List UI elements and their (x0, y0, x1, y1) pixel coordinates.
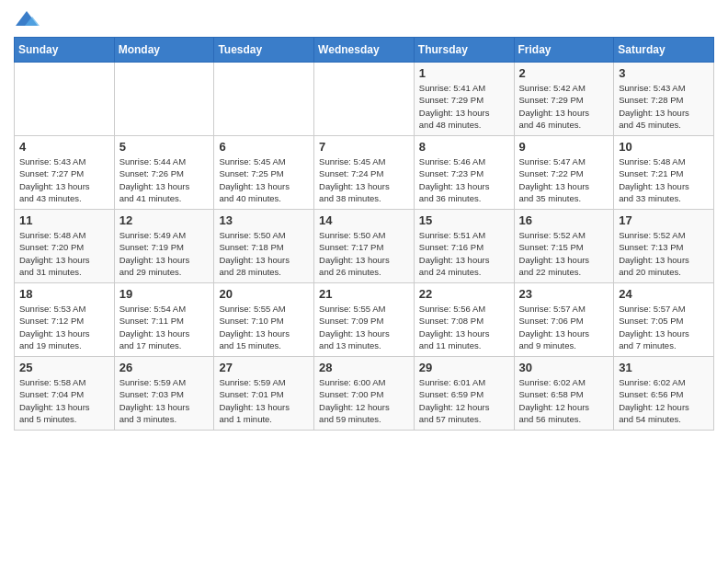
day-number: 11 (19, 213, 109, 227)
day-number: 21 (319, 287, 409, 301)
day-number: 1 (419, 66, 509, 80)
cell-info: Sunrise: 5:45 AM Sunset: 7:25 PM Dayligh… (219, 155, 309, 204)
calendar-cell: 26Sunrise: 5:59 AM Sunset: 7:03 PM Dayli… (114, 357, 214, 431)
day-number: 18 (19, 287, 109, 301)
day-number: 29 (419, 361, 509, 374)
cell-info: Sunrise: 5:43 AM Sunset: 7:27 PM Dayligh… (19, 155, 109, 204)
day-number: 14 (319, 213, 409, 227)
cell-info: Sunrise: 5:50 AM Sunset: 7:17 PM Dayligh… (319, 229, 409, 278)
calendar-cell: 17Sunrise: 5:52 AM Sunset: 7:13 PM Dayli… (614, 210, 714, 283)
calendar-cell: 22Sunrise: 5:56 AM Sunset: 7:08 PM Dayli… (414, 283, 514, 357)
cell-info: Sunrise: 5:55 AM Sunset: 7:10 PM Dayligh… (219, 303, 309, 351)
calendar-cell: 8Sunrise: 5:46 AM Sunset: 7:23 PM Daylig… (414, 136, 514, 210)
cell-info: Sunrise: 5:41 AM Sunset: 7:29 PM Dayligh… (419, 82, 509, 131)
calendar-cell: 15Sunrise: 5:51 AM Sunset: 7:16 PM Dayli… (414, 210, 514, 283)
cell-info: Sunrise: 5:55 AM Sunset: 7:09 PM Dayligh… (319, 303, 409, 351)
cell-info: Sunrise: 6:02 AM Sunset: 6:58 PM Dayligh… (519, 376, 609, 425)
day-number: 31 (619, 361, 709, 374)
calendar-cell: 30Sunrise: 6:02 AM Sunset: 6:58 PM Dayli… (514, 357, 614, 431)
cell-info: Sunrise: 5:57 AM Sunset: 7:06 PM Dayligh… (519, 303, 609, 351)
calendar-cell (114, 63, 214, 136)
calendar-cell: 29Sunrise: 6:01 AM Sunset: 6:59 PM Dayli… (414, 357, 514, 431)
calendar-week-row: 18Sunrise: 5:53 AM Sunset: 7:12 PM Dayli… (15, 283, 714, 357)
weekday-header-saturday: Saturday (614, 38, 714, 63)
calendar-cell: 10Sunrise: 5:48 AM Sunset: 7:21 PM Dayli… (614, 136, 714, 210)
day-number: 19 (119, 287, 210, 301)
calendar-cell (15, 63, 115, 136)
cell-info: Sunrise: 5:54 AM Sunset: 7:11 PM Dayligh… (119, 303, 210, 351)
calendar-body: 1Sunrise: 5:41 AM Sunset: 7:29 PM Daylig… (15, 63, 714, 431)
day-number: 20 (219, 287, 309, 301)
day-number: 6 (219, 140, 309, 154)
calendar-cell: 18Sunrise: 5:53 AM Sunset: 7:12 PM Dayli… (15, 283, 115, 357)
calendar-week-row: 1Sunrise: 5:41 AM Sunset: 7:29 PM Daylig… (15, 63, 714, 136)
weekday-header-monday: Monday (114, 38, 214, 63)
logo-icon (14, 9, 40, 29)
day-number: 15 (419, 213, 509, 227)
weekday-header-row: SundayMondayTuesdayWednesdayThursdayFrid… (15, 38, 714, 63)
calendar-week-row: 11Sunrise: 5:48 AM Sunset: 7:20 PM Dayli… (15, 210, 714, 283)
cell-info: Sunrise: 5:50 AM Sunset: 7:18 PM Dayligh… (219, 229, 309, 278)
header (14, 9, 714, 29)
day-number: 13 (219, 213, 309, 227)
calendar-week-row: 4Sunrise: 5:43 AM Sunset: 7:27 PM Daylig… (15, 136, 714, 210)
day-number: 17 (619, 213, 709, 227)
weekday-header-friday: Friday (514, 38, 614, 63)
day-number: 22 (419, 287, 509, 301)
weekday-header-wednesday: Wednesday (314, 38, 415, 63)
calendar-cell: 3Sunrise: 5:43 AM Sunset: 7:28 PM Daylig… (614, 63, 714, 136)
cell-info: Sunrise: 5:57 AM Sunset: 7:05 PM Dayligh… (619, 303, 709, 351)
weekday-header-sunday: Sunday (15, 38, 115, 63)
cell-info: Sunrise: 6:01 AM Sunset: 6:59 PM Dayligh… (419, 376, 509, 425)
day-number: 12 (119, 213, 210, 227)
calendar-cell: 24Sunrise: 5:57 AM Sunset: 7:05 PM Dayli… (614, 283, 714, 357)
calendar-cell: 4Sunrise: 5:43 AM Sunset: 7:27 PM Daylig… (15, 136, 115, 210)
cell-info: Sunrise: 5:56 AM Sunset: 7:08 PM Dayligh… (419, 303, 509, 351)
calendar-cell (314, 63, 415, 136)
day-number: 24 (619, 287, 709, 301)
logo (14, 9, 43, 29)
cell-info: Sunrise: 5:52 AM Sunset: 7:15 PM Dayligh… (519, 229, 609, 278)
calendar-cell: 9Sunrise: 5:47 AM Sunset: 7:22 PM Daylig… (514, 136, 614, 210)
calendar-cell: 20Sunrise: 5:55 AM Sunset: 7:10 PM Dayli… (214, 283, 314, 357)
day-number: 25 (19, 361, 109, 374)
weekday-header-thursday: Thursday (414, 38, 514, 63)
day-number: 28 (319, 361, 409, 374)
cell-info: Sunrise: 5:47 AM Sunset: 7:22 PM Dayligh… (519, 155, 609, 204)
calendar-cell: 11Sunrise: 5:48 AM Sunset: 7:20 PM Dayli… (15, 210, 115, 283)
day-number: 27 (219, 361, 309, 374)
cell-info: Sunrise: 6:00 AM Sunset: 7:00 PM Dayligh… (319, 376, 409, 425)
calendar-cell: 14Sunrise: 5:50 AM Sunset: 7:17 PM Dayli… (314, 210, 415, 283)
day-number: 7 (319, 140, 409, 154)
calendar-cell: 12Sunrise: 5:49 AM Sunset: 7:19 PM Dayli… (114, 210, 214, 283)
cell-info: Sunrise: 5:43 AM Sunset: 7:28 PM Dayligh… (619, 82, 709, 131)
day-number: 23 (519, 287, 609, 301)
calendar-table: SundayMondayTuesdayWednesdayThursdayFrid… (14, 37, 714, 431)
calendar-cell: 16Sunrise: 5:52 AM Sunset: 7:15 PM Dayli… (514, 210, 614, 283)
cell-info: Sunrise: 5:51 AM Sunset: 7:16 PM Dayligh… (419, 229, 509, 278)
cell-info: Sunrise: 5:53 AM Sunset: 7:12 PM Dayligh… (19, 303, 109, 351)
day-number: 5 (119, 140, 210, 154)
day-number: 2 (519, 66, 609, 80)
cell-info: Sunrise: 5:49 AM Sunset: 7:19 PM Dayligh… (119, 229, 210, 278)
calendar-cell: 21Sunrise: 5:55 AM Sunset: 7:09 PM Dayli… (314, 283, 415, 357)
cell-info: Sunrise: 5:59 AM Sunset: 7:03 PM Dayligh… (119, 376, 210, 425)
cell-info: Sunrise: 5:48 AM Sunset: 7:21 PM Dayligh… (619, 155, 709, 204)
calendar-week-row: 25Sunrise: 5:58 AM Sunset: 7:04 PM Dayli… (15, 357, 714, 431)
cell-info: Sunrise: 5:45 AM Sunset: 7:24 PM Dayligh… (319, 155, 409, 204)
day-number: 4 (19, 140, 109, 154)
calendar-cell: 13Sunrise: 5:50 AM Sunset: 7:18 PM Dayli… (214, 210, 314, 283)
calendar-header: SundayMondayTuesdayWednesdayThursdayFrid… (15, 38, 714, 63)
calendar-cell: 6Sunrise: 5:45 AM Sunset: 7:25 PM Daylig… (214, 136, 314, 210)
calendar-cell: 2Sunrise: 5:42 AM Sunset: 7:29 PM Daylig… (514, 63, 614, 136)
day-number: 26 (119, 361, 210, 374)
calendar-cell: 28Sunrise: 6:00 AM Sunset: 7:00 PM Dayli… (314, 357, 415, 431)
calendar-cell: 19Sunrise: 5:54 AM Sunset: 7:11 PM Dayli… (114, 283, 214, 357)
calendar-cell: 7Sunrise: 5:45 AM Sunset: 7:24 PM Daylig… (314, 136, 415, 210)
cell-info: Sunrise: 5:52 AM Sunset: 7:13 PM Dayligh… (619, 229, 709, 278)
cell-info: Sunrise: 5:42 AM Sunset: 7:29 PM Dayligh… (519, 82, 609, 131)
day-number: 10 (619, 140, 709, 154)
calendar-cell: 1Sunrise: 5:41 AM Sunset: 7:29 PM Daylig… (414, 63, 514, 136)
calendar-cell: 23Sunrise: 5:57 AM Sunset: 7:06 PM Dayli… (514, 283, 614, 357)
calendar-cell: 5Sunrise: 5:44 AM Sunset: 7:26 PM Daylig… (114, 136, 214, 210)
